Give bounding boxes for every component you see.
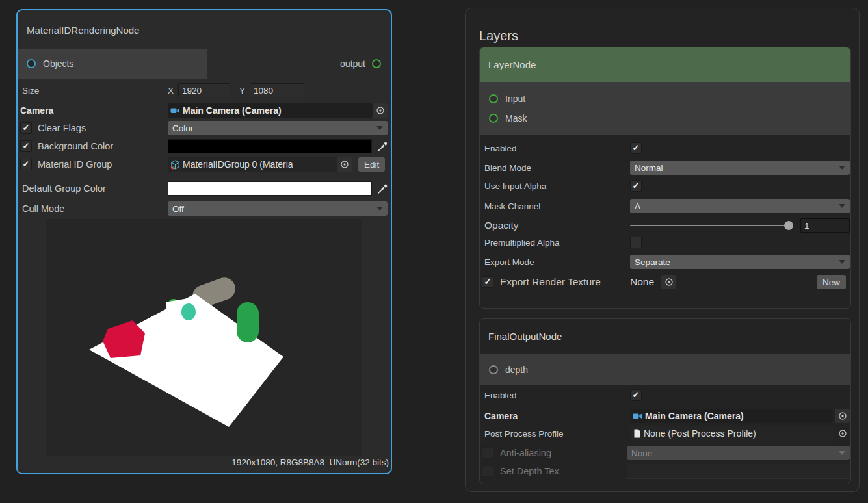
premultiplied-alpha-field — [630, 237, 850, 248]
default-group-color-swatch[interactable] — [168, 181, 372, 196]
input-port-icon[interactable] — [489, 94, 498, 103]
premultiplied-alpha-row: Premultiplied Alpha — [480, 233, 850, 252]
teal-sphere-shape — [181, 303, 196, 320]
size-label: Size — [18, 86, 39, 96]
anti-aliasing-label: Anti-aliasing — [493, 448, 551, 458]
size-y-input[interactable]: 1080 — [250, 83, 304, 97]
opacity-slider[interactable] — [630, 220, 795, 231]
objects-port-label: Objects — [43, 58, 73, 69]
new-button[interactable]: New — [817, 275, 846, 289]
export-mode-row: Export Mode Separate — [480, 253, 850, 271]
final-camera-label: Camera — [480, 411, 518, 421]
clear-flags-row: Clear Flags Color — [18, 119, 389, 137]
final-enabled-row: Enabled — [480, 386, 850, 404]
opacity-value-input[interactable]: 1 — [800, 218, 850, 233]
camera-label: Camera — [18, 105, 53, 116]
object-picker-icon — [340, 160, 349, 169]
material-id-group-checkbox[interactable] — [20, 159, 32, 170]
depth-port-icon[interactable] — [489, 365, 498, 374]
camera-pick-button[interactable] — [373, 103, 388, 118]
opacity-field: 1 — [630, 218, 850, 233]
mask-channel-label: Mask Channel — [480, 201, 540, 211]
blend-mode-row: Blend Mode Normal — [480, 159, 850, 177]
node-title: MaterialIDRenderingNode — [27, 25, 139, 36]
opacity-slider-track[interactable] — [630, 225, 789, 226]
mask-port[interactable]: Mask — [480, 113, 850, 123]
background-color-checkbox[interactable] — [20, 140, 32, 152]
camera-row: Camera Main Camera (Camera) — [18, 101, 389, 120]
set-depth-tex-field — [627, 464, 850, 479]
output-port-icon[interactable] — [372, 59, 381, 68]
depth-port[interactable]: depth — [480, 365, 850, 375]
final-output-node-ports: depth — [480, 354, 850, 385]
scriptable-object-icon — [170, 160, 180, 170]
anti-aliasing-checkbox[interactable] — [482, 447, 493, 459]
set-depth-tex-label: Set Depth Tex — [493, 466, 559, 476]
export-render-texture-field: None New — [630, 275, 850, 289]
anti-aliasing-field: None — [627, 446, 850, 460]
size-fields: X 1920 Y 1080 — [168, 83, 388, 97]
mask-channel-row: Mask Channel A — [480, 197, 850, 215]
final-camera-object-value: Main Camera (Camera) — [645, 411, 744, 421]
premultiplied-alpha-checkbox[interactable] — [630, 237, 642, 248]
final-output-node-header[interactable]: FinalOutputNode — [480, 319, 850, 354]
post-process-profile-pick-button[interactable] — [835, 426, 850, 441]
material-id-group-pick-button[interactable] — [337, 157, 352, 172]
objects-port-icon[interactable] — [27, 59, 36, 68]
objects-input-port[interactable]: Objects — [18, 49, 207, 79]
edit-button[interactable]: Edit — [358, 157, 385, 172]
camera-object-field[interactable]: Main Camera (Camera) — [168, 103, 373, 118]
render-preview-image — [46, 219, 362, 456]
background-color-row: Background Color — [18, 137, 389, 155]
object-picker-icon — [838, 429, 847, 438]
opacity-slider-handle[interactable] — [784, 221, 793, 230]
node-port-row: Objects output — [18, 49, 391, 79]
default-group-color-row: Default Group Color — [18, 179, 389, 198]
export-render-texture-checkbox[interactable] — [482, 276, 493, 288]
output-port[interactable]: output — [205, 49, 391, 79]
mask-port-icon[interactable] — [489, 114, 498, 123]
post-process-profile-object-field[interactable]: None (Post Process Profile) — [630, 426, 833, 441]
material-id-rendering-node[interactable]: MaterialIDRenderingNode Objects output S… — [16, 9, 392, 474]
green-capsule-shape — [237, 302, 259, 342]
input-port[interactable]: Input — [480, 94, 850, 104]
eyedropper-icon[interactable] — [377, 142, 388, 151]
final-enabled-field — [630, 389, 850, 401]
final-output-node: FinalOutputNode depth Enabled Camera Mai… — [479, 318, 851, 484]
cull-mode-dropdown[interactable]: Off — [168, 201, 388, 216]
eyedropper-icon[interactable] — [377, 184, 388, 194]
background-color-field — [168, 139, 388, 153]
object-picker-icon — [664, 277, 674, 287]
layer-node-header[interactable]: LayerNode — [480, 47, 850, 82]
final-camera-pick-button[interactable] — [835, 409, 850, 423]
size-x-input[interactable]: 1920 — [178, 83, 230, 97]
clear-flags-label: Clear Flags — [38, 123, 86, 133]
final-enabled-checkbox[interactable] — [630, 389, 642, 401]
clear-flags-dropdown[interactable]: Color — [168, 121, 388, 135]
blend-mode-dropdown[interactable]: Normal — [630, 161, 850, 175]
set-depth-tex-checkbox[interactable] — [482, 465, 493, 477]
set-depth-tex-row: Set Depth Tex — [480, 462, 850, 480]
background-color-swatch[interactable] — [168, 139, 372, 153]
size-y-label: Y — [239, 86, 245, 96]
mask-channel-dropdown[interactable]: A — [630, 199, 850, 213]
use-input-alpha-label: Use Input Alpha — [480, 181, 546, 191]
material-id-group-object-field[interactable]: MaterialIDGroup 0 (Materia — [168, 157, 341, 172]
depth-port-label: depth — [505, 365, 528, 375]
use-input-alpha-checkbox[interactable] — [630, 180, 642, 192]
document-icon — [633, 429, 641, 438]
enabled-checkbox[interactable] — [630, 142, 642, 154]
export-mode-dropdown[interactable]: Separate — [630, 255, 850, 269]
size-x-label: X — [168, 86, 174, 96]
cull-mode-field: Off — [168, 201, 388, 216]
set-depth-tex-empty-field — [627, 464, 850, 479]
camera-icon — [633, 412, 642, 420]
layer-node: LayerNode Input Mask Enabled Blend Mode … — [479, 47, 851, 309]
clear-flags-checkbox[interactable] — [20, 122, 32, 134]
material-id-group-field: MaterialIDGroup 0 (Materia Edit — [168, 157, 388, 172]
enabled-row: Enabled — [480, 139, 850, 157]
final-camera-object-field[interactable]: Main Camera (Camera) — [630, 409, 833, 423]
export-render-texture-pick-button[interactable] — [661, 275, 676, 289]
render-preview — [46, 219, 362, 456]
background-color-label: Background Color — [38, 141, 113, 151]
